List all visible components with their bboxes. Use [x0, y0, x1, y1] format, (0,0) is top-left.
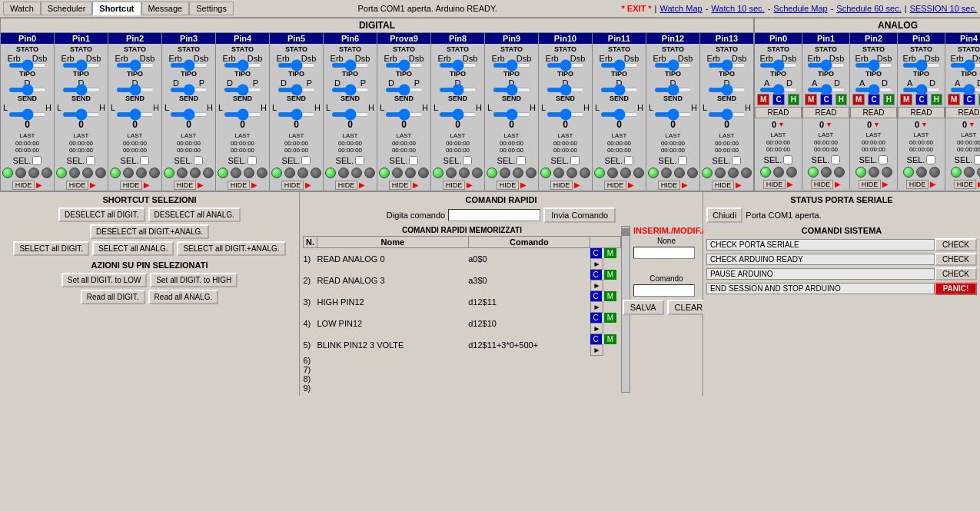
sel-checkbox-9[interactable] [517, 156, 526, 165]
sistema-btn-0[interactable]: CHECK [935, 238, 977, 251]
analog-stato-slider-0[interactable] [759, 63, 798, 68]
analog-stato-slider-1[interactable] [807, 63, 845, 68]
sel-checkbox-13[interactable] [732, 156, 741, 165]
sel-checkbox-11[interactable] [624, 156, 633, 165]
analog-sel-checkbox-1[interactable] [831, 155, 840, 164]
m-btn-0[interactable]: M [604, 248, 616, 258]
send-slider-10[interactable] [546, 112, 585, 117]
tipo-slider-9[interactable] [493, 88, 531, 92]
read-digit-btn[interactable]: Read all DIGIT. [81, 290, 145, 304]
deselect-analg-btn[interactable]: DESELECT all ANALG. [148, 207, 241, 222]
analog-read-btn-0[interactable]: READ [755, 107, 802, 118]
sel-checkbox-3[interactable] [194, 156, 203, 165]
read-analg-btn[interactable]: Read all ANALG. [148, 290, 219, 304]
analog-read-btn-4[interactable]: READ [945, 107, 980, 118]
salva-btn[interactable]: SALVA [623, 300, 664, 315]
tipo-slider-3[interactable] [170, 88, 208, 92]
mch-m-btn-3[interactable]: M [900, 94, 912, 105]
mch-h-btn-2[interactable]: H [883, 94, 895, 105]
stato-slider-13[interactable] [708, 63, 746, 68]
analog-tipo-slider-2[interactable] [855, 88, 893, 92]
mch-m-btn-4[interactable]: M [948, 94, 960, 105]
hide-btn-12[interactable]: HIDE [658, 181, 681, 190]
tipo-slider-0[interactable] [8, 88, 47, 92]
tab-settings[interactable]: Settings [189, 2, 234, 15]
analog-sel-checkbox-2[interactable] [879, 155, 888, 164]
stato-slider-7[interactable] [385, 63, 424, 68]
tipo-slider-13[interactable] [708, 88, 746, 92]
send-slider-6[interactable] [331, 112, 370, 117]
send-slider-1[interactable] [62, 112, 101, 117]
mch-c-btn-4[interactable]: C [963, 94, 975, 105]
stato-slider-10[interactable] [546, 63, 585, 68]
watch-10-link[interactable]: Watch 10 sec. [711, 4, 764, 13]
mch-m-btn-1[interactable]: M [805, 94, 817, 105]
sel-checkbox-1[interactable] [86, 156, 95, 165]
stato-slider-2[interactable] [116, 63, 154, 68]
schedule-map-link[interactable]: Schedule Map [773, 4, 827, 13]
analog-stato-slider-2[interactable] [855, 63, 893, 68]
stato-slider-4[interactable] [224, 63, 262, 68]
arr-btn-1[interactable]: ► [590, 280, 604, 291]
tipo-slider-4[interactable] [224, 88, 262, 92]
sel-checkbox-2[interactable] [140, 156, 149, 165]
tipo-slider-11[interactable] [600, 88, 639, 92]
sistema-btn-1[interactable]: CHECK [935, 253, 977, 266]
tab-watch[interactable]: Watch [3, 2, 41, 15]
select-analg-btn[interactable]: SELECT all ANALG. [92, 241, 174, 256]
m-btn-4[interactable]: M [604, 334, 616, 344]
send-slider-8[interactable] [439, 112, 477, 117]
analog-sel-checkbox-0[interactable] [783, 155, 792, 164]
mch-m-btn-0[interactable]: M [757, 94, 769, 105]
sel-checkbox-6[interactable] [355, 156, 364, 165]
analog-hide-btn-2[interactable]: HIDE [859, 180, 882, 189]
tab-message[interactable]: Message [141, 2, 190, 15]
analog-hide-btn-0[interactable]: HIDE [763, 180, 786, 189]
sistema-btn-2[interactable]: CHECK [935, 267, 977, 280]
sel-checkbox-0[interactable] [32, 156, 42, 165]
deselect-both-btn[interactable]: DESELECT all DIGIT.+ANALG. [90, 224, 209, 239]
mch-h-btn-0[interactable]: H [788, 94, 799, 105]
mch-h-btn-1[interactable]: H [835, 94, 847, 105]
stato-slider-11[interactable] [600, 63, 639, 68]
stato-slider-1[interactable] [62, 63, 101, 68]
deselect-digit-btn[interactable]: DESELECT all DIGIT. [58, 207, 145, 222]
m-btn-3[interactable]: M [604, 313, 616, 323]
send-slider-13[interactable] [708, 112, 746, 117]
send-slider-7[interactable] [385, 112, 424, 117]
stato-slider-6[interactable] [331, 63, 370, 68]
send-slider-3[interactable] [170, 112, 208, 117]
arr-btn-3[interactable]: ► [590, 323, 604, 334]
arr-btn-4[interactable]: ► [590, 344, 604, 356]
send-slider-2[interactable] [116, 112, 154, 117]
analog-stato-slider-4[interactable] [950, 63, 981, 68]
set-low-btn[interactable]: Set all DIGIT. to LOW [61, 273, 148, 287]
hide-btn-13[interactable]: HIDE [712, 181, 735, 190]
stato-slider-9[interactable] [493, 63, 531, 68]
analog-tipo-slider-0[interactable] [759, 88, 798, 92]
c-btn-1[interactable]: C [590, 270, 602, 280]
analog-sel-checkbox-3[interactable] [926, 155, 935, 164]
tipo-slider-5[interactable] [277, 88, 316, 92]
sel-checkbox-8[interactable] [463, 156, 472, 165]
cmd-input-field[interactable] [448, 209, 540, 221]
c-btn-0[interactable]: C [590, 248, 602, 258]
mch-m-btn-2[interactable]: M [852, 94, 865, 105]
mch-c-btn-1[interactable]: C [820, 94, 832, 105]
c-btn-2[interactable]: C [590, 291, 602, 301]
hide-btn-7[interactable]: HIDE [389, 181, 412, 190]
tipo-slider-2[interactable] [116, 88, 154, 92]
hide-btn-6[interactable]: HIDE [335, 181, 358, 190]
stato-slider-12[interactable] [654, 63, 693, 68]
arr-btn-2[interactable]: ► [590, 301, 604, 313]
m-btn-1[interactable]: M [604, 270, 616, 280]
tipo-slider-8[interactable] [439, 88, 477, 92]
sel-checkbox-4[interactable] [247, 156, 257, 165]
stato-slider-3[interactable] [170, 63, 208, 68]
sistema-btn-3[interactable]: PANIC! [935, 282, 977, 295]
analog-read-btn-1[interactable]: READ [802, 107, 849, 118]
hide-btn-4[interactable]: HIDE [228, 181, 251, 190]
stato-slider-0[interactable] [8, 63, 47, 68]
analog-hide-btn-3[interactable]: HIDE [906, 180, 929, 189]
hide-btn-2[interactable]: HIDE [120, 181, 143, 190]
